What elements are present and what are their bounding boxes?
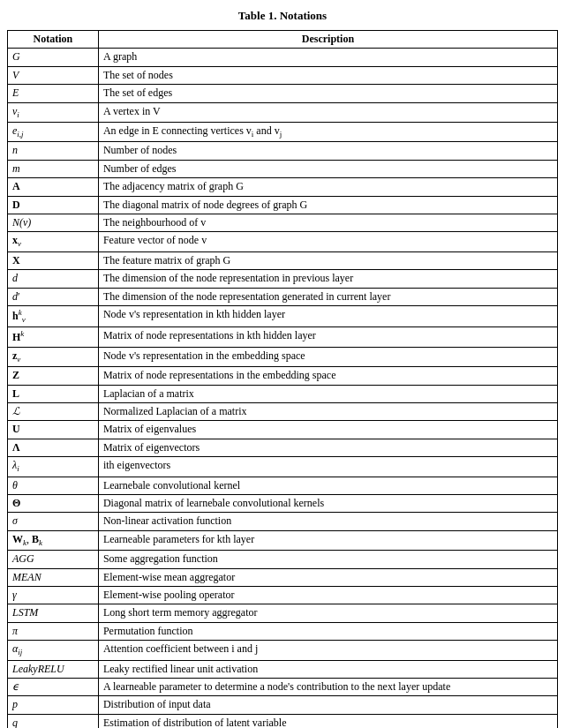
- notation-cell: n: [8, 142, 99, 160]
- table-row: pDistribution of input data: [8, 696, 558, 714]
- notation-cell: p: [8, 696, 99, 714]
- notation-cell: L: [8, 385, 99, 402]
- description-cell: Non-linear activation function: [98, 513, 557, 530]
- table-row: θLearnebale convolutional kernel: [8, 477, 558, 494]
- table-row: ℒNormalized Laplacian of a matrix: [8, 403, 558, 421]
- description-cell: Learnebale convolutional kernel: [98, 477, 557, 494]
- description-cell: Matrix of eigenvectors: [98, 439, 557, 456]
- description-cell: Matrix of node representations in the em…: [98, 367, 557, 385]
- table-row: LeakyRELULeaky rectified linear unit act…: [8, 660, 558, 678]
- table-row: ZMatrix of node representations in the e…: [8, 367, 558, 385]
- description-cell: The feature matrix of graph G: [98, 251, 557, 269]
- notations-table: Notation Description GA graphVThe set of…: [7, 30, 558, 728]
- notation-cell: vi: [8, 102, 99, 122]
- notation-cell: Wk, Bk: [8, 530, 99, 550]
- table-row: HkMatrix of node representations in kth …: [8, 327, 558, 347]
- notation-cell: xv: [8, 232, 99, 251]
- column-header-description: Description: [98, 31, 557, 49]
- notation-cell: σ: [8, 513, 99, 530]
- description-cell: The neighbourhood of v: [98, 214, 557, 232]
- table-row: AGGSome aggregation function: [8, 551, 558, 568]
- description-cell: Permutation function: [98, 622, 557, 640]
- notation-cell: LSTM: [8, 604, 99, 622]
- table-row: ΛMatrix of eigenvectors: [8, 439, 558, 456]
- description-cell: The diagonal matrix of node degrees of g…: [98, 196, 557, 214]
- notation-cell: d: [8, 270, 99, 288]
- table-row: nNumber of nodes: [8, 142, 558, 160]
- notation-cell: LeakyRELU: [8, 660, 99, 678]
- description-cell: Node v's representation in kth hidden la…: [98, 306, 557, 327]
- table-row: VThe set of nodes: [8, 66, 558, 84]
- notation-cell: αij: [8, 641, 99, 660]
- description-cell: Matrix of node representations in kth hi…: [98, 327, 557, 347]
- notation-cell: AGG: [8, 551, 99, 568]
- table-row: LSTMLong short term memory aggregator: [8, 604, 558, 622]
- table-row: λiith eigenvectors: [8, 457, 558, 477]
- notation-cell: ei,j: [8, 123, 99, 142]
- description-cell: The adjacency matrix of graph G: [98, 178, 557, 196]
- description-cell: The dimension of the node representation…: [98, 270, 557, 288]
- notation-cell: V: [8, 66, 99, 84]
- table-row: Wk, BkLearneable parameters for kth laye…: [8, 530, 558, 550]
- table-row: γElement-wise pooling operator: [8, 587, 558, 604]
- notation-cell: ϵ: [8, 679, 99, 696]
- notation-cell: ℒ: [8, 403, 99, 421]
- table-row: viA vertex in V: [8, 102, 558, 122]
- notation-cell: Hk: [8, 327, 99, 347]
- table-row: EThe set of edges: [8, 85, 558, 102]
- notation-cell: G: [8, 49, 99, 66]
- table-row: AThe adjacency matrix of graph G: [8, 178, 558, 196]
- description-cell: Number of nodes: [98, 142, 557, 160]
- table-row: zvNode v's representation in the embeddi…: [8, 347, 558, 366]
- description-cell: Node v's representation in the embedding…: [98, 347, 557, 366]
- notation-cell: θ: [8, 477, 99, 494]
- notation-cell: Z: [8, 367, 99, 385]
- column-header-notation: Notation: [8, 31, 99, 49]
- notation-cell: λi: [8, 457, 99, 477]
- description-cell: An edge in E connecting vertices vi and …: [98, 123, 557, 142]
- description-cell: The set of edges: [98, 85, 557, 102]
- table-row: hkvNode v's representation in kth hidden…: [8, 306, 558, 327]
- table-row: N(v)The neighbourhood of v: [8, 214, 558, 232]
- notation-cell: γ: [8, 587, 99, 604]
- notation-cell: Λ: [8, 439, 99, 456]
- description-cell: A learneable parameter to determine a no…: [98, 679, 557, 696]
- notation-cell: d′: [8, 288, 99, 305]
- description-cell: Laplacian of a matrix: [98, 385, 557, 402]
- table-row: αijAttention coefficient between i and j: [8, 641, 558, 660]
- description-cell: Normalized Laplacian of a matrix: [98, 403, 557, 421]
- notation-cell: N(v): [8, 214, 99, 232]
- table-row: UMatrix of eigenvalues: [8, 421, 558, 439]
- description-cell: The dimension of the node representation…: [98, 288, 557, 305]
- notation-cell: zv: [8, 347, 99, 366]
- description-cell: A vertex in V: [98, 102, 557, 122]
- description-cell: Learneable parameters for kth layer: [98, 530, 557, 550]
- table-row: σNon-linear activation function: [8, 513, 558, 530]
- table-row: dThe dimension of the node representatio…: [8, 270, 558, 288]
- notation-cell: D: [8, 196, 99, 214]
- table-row: xvFeature vector of node v: [8, 232, 558, 251]
- description-cell: Attention coefficient between i and j: [98, 641, 557, 660]
- notation-cell: MEAN: [8, 568, 99, 586]
- notation-cell: U: [8, 421, 99, 439]
- notation-cell: q: [8, 714, 99, 728]
- table-row: DThe diagonal matrix of node degrees of …: [8, 196, 558, 214]
- description-cell: Element-wise mean aggregator: [98, 568, 557, 586]
- description-cell: Long short term memory aggregator: [98, 604, 557, 622]
- table-row: mNumber of edges: [8, 160, 558, 177]
- table-row: ΘDiagonal matrix of learnebale convoluti…: [8, 495, 558, 513]
- description-cell: A graph: [98, 49, 557, 66]
- notation-cell: hkv: [8, 306, 99, 327]
- description-cell: Diagonal matrix of learnebale convolutio…: [98, 495, 557, 513]
- description-cell: Distribution of input data: [98, 696, 557, 714]
- table-row: ϵA learneable parameter to determine a n…: [8, 679, 558, 696]
- table-row: XThe feature matrix of graph G: [8, 251, 558, 269]
- notation-cell: Θ: [8, 495, 99, 513]
- notation-cell: E: [8, 85, 99, 102]
- description-cell: Some aggregation function: [98, 551, 557, 568]
- description-cell: Number of edges: [98, 160, 557, 177]
- table-header-row: Notation Description: [8, 31, 558, 49]
- notation-cell: A: [8, 178, 99, 196]
- table-row: d′The dimension of the node representati…: [8, 288, 558, 305]
- page-title: Table 1. Notations: [7, 9, 558, 23]
